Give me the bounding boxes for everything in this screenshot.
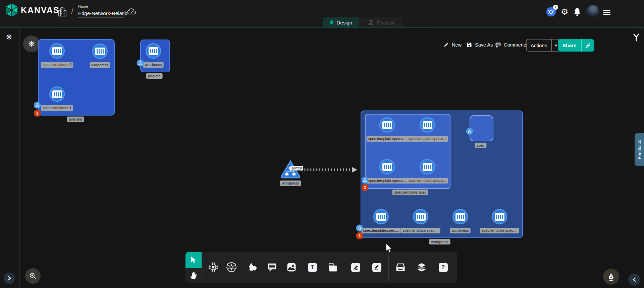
- canvas-cluster-button[interactable]: ❋: [23, 35, 40, 52]
- organization-icon[interactable]: [58, 7, 67, 17]
- toolbar-divider: [202, 253, 202, 281]
- container-icon: [413, 209, 428, 224]
- zoom-button[interactable]: [25, 268, 41, 284]
- left-rail: ❋: [0, 28, 19, 288]
- relationship-badge[interactable]: [356, 225, 363, 232]
- issue-count-badge[interactable]: 3: [362, 184, 369, 191]
- k8s-context-count-badge: 1: [553, 5, 558, 10]
- import-tool-button[interactable]: [393, 260, 408, 275]
- hierarchy-badge-icon: [363, 178, 367, 182]
- settings-gear-icon[interactable]: ⚙: [561, 7, 568, 17]
- container-icon: [92, 44, 108, 59]
- node-label: spec.template.spec.s...: [407, 178, 448, 184]
- container-icon: [452, 209, 468, 224]
- collapse-right-panel-button[interactable]: [628, 274, 640, 286]
- select-tool-button[interactable]: [185, 252, 202, 268]
- magnifier-plus-icon: [29, 272, 37, 280]
- note-tool-button[interactable]: [326, 260, 340, 275]
- design-tab-icon: ❋: [329, 20, 334, 25]
- edge-port-label: 80/TCP: [290, 166, 303, 170]
- toolbar-divider: [242, 253, 242, 281]
- container-icon: [420, 159, 435, 174]
- feedback-label: Feedback: [637, 140, 642, 159]
- expand-left-panel-button[interactable]: [4, 273, 15, 284]
- hierarchy-badge-icon: [36, 103, 39, 107]
- node-label: wordpress: [450, 228, 471, 233]
- help-tool-button[interactable]: ?: [436, 260, 450, 275]
- container-icon: [49, 43, 65, 59]
- bottom-toolbar: T: [185, 252, 457, 283]
- pen-nib-icon: [607, 272, 615, 281]
- brand-name: KANVAS: [21, 5, 60, 15]
- pen-icon: [351, 263, 360, 272]
- menu-hamburger-icon[interactable]: [603, 9, 610, 16]
- node-label: spec.containers.0: [41, 62, 73, 68]
- issue-count-badge[interactable]: 2: [34, 110, 41, 117]
- node-label: spec.template.spec....: [480, 228, 519, 233]
- layers-icon: [416, 262, 427, 272]
- pen-tool-button[interactable]: [348, 260, 363, 275]
- kubernetes-wheel-icon: [226, 262, 237, 273]
- hierarchy-badge-icon: [139, 61, 142, 65]
- freehand-tool-button[interactable]: [369, 260, 384, 275]
- design-canvas[interactable]: ❋ spec.containers.0 wordpress spec.conta…: [19, 28, 628, 288]
- node-label: wordpress: [280, 181, 301, 186]
- breadcrumb-separator: /: [71, 7, 73, 16]
- design-name-label: Name: [78, 4, 88, 8]
- feedback-tab[interactable]: Feedback: [635, 133, 644, 166]
- notifications-bell-icon[interactable]: [573, 7, 582, 17]
- relationship-badge[interactable]: [137, 60, 144, 67]
- shapes-icon: [247, 262, 258, 273]
- mouse-cursor-icon: [385, 243, 393, 253]
- pan-tool-button[interactable]: [186, 268, 201, 283]
- hierarchy-y-icon[interactable]: [633, 33, 640, 42]
- comment-icon: [267, 262, 277, 272]
- text-icon: T: [308, 263, 317, 272]
- group-label: spec.template.spec: [392, 190, 428, 195]
- pencil-scribble-icon: [372, 263, 381, 272]
- chip-component-icon: [208, 262, 219, 273]
- user-avatar[interactable]: [586, 5, 599, 18]
- relationship-badge[interactable]: [362, 177, 369, 184]
- layers-tool-button[interactable]: [414, 260, 429, 275]
- design-name-input[interactable]: Edge-Network-Relatio: [78, 10, 124, 17]
- container-icon: [373, 209, 389, 224]
- kanvas-logo-icon[interactable]: [5, 3, 19, 17]
- hierarchy-badge-icon: [468, 130, 472, 133]
- toolbar-divider: [345, 253, 345, 281]
- cluster-pinwheel-icon: ❋: [28, 40, 35, 48]
- cursor-select-icon: [190, 256, 197, 264]
- tab-design[interactable]: ❋ Design: [323, 17, 359, 27]
- design-tab-label: Design: [336, 20, 352, 25]
- node-label: wordpress: [143, 62, 164, 68]
- history-pinwheel-icon[interactable]: ❋: [6, 33, 12, 41]
- note-icon: [328, 262, 338, 272]
- image-tool-button[interactable]: [284, 260, 299, 275]
- group-spec[interactable]: [470, 115, 493, 141]
- operate-tab-icon: [367, 19, 374, 25]
- text-tool-button[interactable]: T: [305, 260, 320, 275]
- relationship-badge[interactable]: [466, 128, 473, 135]
- hand-pan-icon: [190, 271, 198, 280]
- group-label: pod-skd: [67, 117, 84, 122]
- container-icon: [146, 43, 161, 59]
- kubernetes-tool-button[interactable]: [224, 260, 239, 275]
- container-icon: [492, 209, 507, 224]
- container-icon: [49, 86, 65, 102]
- tab-operate[interactable]: Operate: [359, 17, 403, 27]
- globe-badge-icon: [358, 226, 362, 230]
- draft-pen-button[interactable]: [603, 269, 619, 285]
- node-label: spec.template.spec.s...: [407, 136, 448, 142]
- container-icon: [379, 159, 395, 174]
- shapes-tool-button[interactable]: [245, 260, 260, 275]
- component-tool-button[interactable]: [206, 260, 221, 275]
- relationship-badge[interactable]: [34, 102, 41, 109]
- cloud-saved-icon: [127, 8, 137, 16]
- node-label: spec.template.spec.s...: [367, 178, 408, 184]
- help-question-icon: ?: [439, 263, 448, 272]
- issue-count-badge[interactable]: 3: [356, 232, 363, 239]
- comment-tool-button[interactable]: [265, 260, 279, 275]
- edge-line[interactable]: [300, 168, 352, 171]
- group-label: spec: [475, 143, 486, 148]
- drawer-icon: [395, 262, 406, 272]
